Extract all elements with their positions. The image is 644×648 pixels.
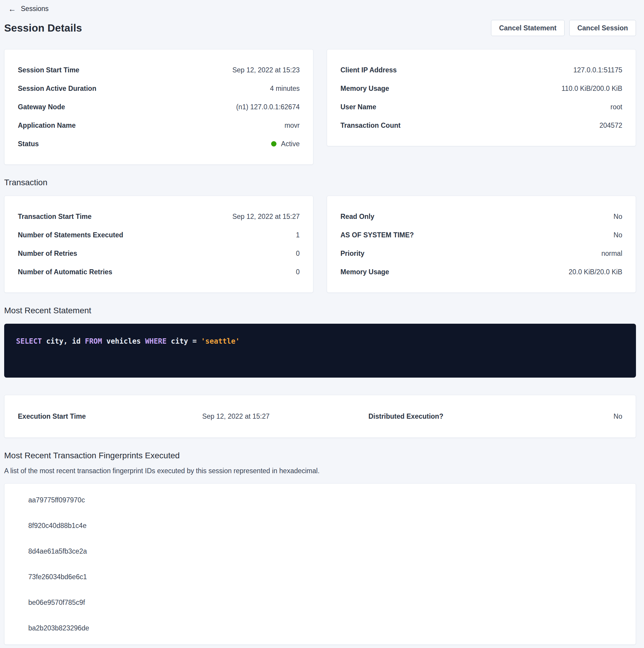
row-value: No bbox=[613, 230, 622, 240]
row-label: User Name bbox=[341, 102, 376, 112]
row-label: Gateway Node bbox=[18, 102, 65, 112]
sql-text: vehicles bbox=[102, 337, 145, 345]
row-value: 204572 bbox=[599, 120, 622, 130]
row-value: 1 bbox=[296, 230, 300, 240]
summary-row-transaction-start-time: Transaction Start Time Sep 12, 2022 at 1… bbox=[18, 207, 300, 226]
row-value: 127.0.0.1:51175 bbox=[573, 65, 622, 75]
sql-statement-box: SELECT city, id FROM vehicles WHERE city… bbox=[4, 324, 636, 378]
page-header: Session Details Cancel Statement Cancel … bbox=[4, 20, 636, 36]
row-value: root bbox=[610, 102, 622, 112]
transaction-section-heading: Transaction bbox=[4, 178, 636, 187]
fingerprint-list-item: be06e9570f785c9f bbox=[4, 590, 636, 615]
back-link-label: Sessions bbox=[21, 5, 49, 13]
status-label: Active bbox=[281, 139, 300, 149]
fingerprint-list-item: 73fe26034bd6e6c1 bbox=[4, 564, 636, 590]
session-summary-card-left: Session Start Time Sep 12, 2022 at 15:23… bbox=[4, 49, 313, 165]
status-badge: Active bbox=[271, 139, 300, 149]
row-label: Client IP Address bbox=[341, 65, 397, 75]
row-label: Session Active Duration bbox=[18, 84, 97, 94]
fingerprint-list-item: 8f920c40d88b1c4e bbox=[4, 513, 636, 538]
summary-row-as-of-system-time: AS OF SYSTEM TIME? No bbox=[341, 226, 622, 244]
row-label: Memory Usage bbox=[341, 84, 389, 94]
fingerprints-card: aa79775ff097970c 8f920c40d88b1c4e 8d4ae6… bbox=[4, 483, 636, 645]
fingerprint-list-item: 8d4ae61a5fb3ce2a bbox=[4, 538, 636, 564]
summary-row-memory-usage: Memory Usage 110.0 KiB/200.0 KiB bbox=[341, 79, 622, 98]
summary-row-automatic-retries: Number of Automatic Retries 0 bbox=[18, 263, 300, 281]
gateway-node-link[interactable]: (n1) 127.0.0.1:62674 bbox=[236, 102, 300, 112]
summary-row-read-only: Read Only No bbox=[341, 207, 622, 226]
row-value: Sep 12, 2022 at 15:27 bbox=[232, 211, 300, 222]
cancel-session-button[interactable]: Cancel Session bbox=[569, 20, 636, 36]
most-recent-statement-section: Most Recent Statement SELECT city, id FR… bbox=[4, 306, 636, 378]
row-value: Sep 12, 2022 at 15:23 bbox=[232, 65, 300, 75]
row-label: Number of Retries bbox=[18, 248, 77, 259]
summary-row-retries: Number of Retries 0 bbox=[18, 244, 300, 263]
cancel-statement-button[interactable]: Cancel Statement bbox=[491, 20, 565, 36]
row-value: 110.0 KiB/200.0 KiB bbox=[562, 84, 622, 94]
summary-row-txn-memory-usage: Memory Usage 20.0 KiB/20.0 KiB bbox=[341, 263, 622, 281]
row-label: Application Name bbox=[18, 120, 75, 130]
fingerprint-list-item: aa79775ff097970c bbox=[4, 487, 636, 513]
row-value: normal bbox=[601, 248, 622, 259]
row-value: 20.0 KiB/20.0 KiB bbox=[569, 267, 622, 277]
sql-text: city = bbox=[167, 337, 201, 345]
row-label: Priority bbox=[341, 248, 364, 259]
most-recent-statement-heading: Most Recent Statement bbox=[4, 306, 636, 315]
fingerprints-section-heading: Most Recent Transaction Fingerprints Exe… bbox=[4, 451, 636, 461]
page-title: Session Details bbox=[4, 22, 82, 34]
row-value: movr bbox=[285, 120, 300, 130]
session-summary-row: Session Start Time Sep 12, 2022 at 15:23… bbox=[4, 49, 636, 165]
summary-row-status: Status Active bbox=[18, 134, 300, 153]
row-label: Transaction Start Time bbox=[18, 211, 92, 222]
summary-row-statements-executed: Number of Statements Executed 1 bbox=[18, 226, 300, 244]
summary-row-user-name: User Name root bbox=[341, 98, 622, 116]
row-label: Session Start Time bbox=[18, 65, 79, 75]
row-label: Memory Usage bbox=[341, 267, 389, 277]
transaction-summary-card-right: Read Only No AS OF SYSTEM TIME? No Prior… bbox=[327, 196, 636, 293]
session-summary-card-right: Client IP Address 127.0.0.1:51175 Memory… bbox=[327, 49, 636, 146]
execution-summary-card: Execution Start Time Sep 12, 2022 at 15:… bbox=[4, 395, 636, 438]
back-arrow-icon: ← bbox=[8, 5, 16, 13]
distributed-execution-value: No bbox=[526, 411, 622, 421]
row-label: Number of Automatic Retries bbox=[18, 267, 112, 277]
summary-row-session-active-duration: Session Active Duration 4 minutes bbox=[18, 79, 300, 98]
row-label: Transaction Count bbox=[341, 120, 401, 130]
row-value: No bbox=[613, 211, 622, 222]
summary-row-transaction-count: Transaction Count 204572 bbox=[341, 116, 622, 134]
execution-start-time-label: Execution Start Time bbox=[18, 411, 202, 421]
execution-start-time-value: Sep 12, 2022 at 15:27 bbox=[202, 411, 368, 421]
header-actions: Cancel Statement Cancel Session bbox=[491, 20, 636, 36]
row-value: 4 minutes bbox=[270, 84, 300, 94]
summary-row-application-name: Application Name movr bbox=[18, 116, 300, 134]
session-details-page: ← Sessions Session Details Cancel Statem… bbox=[0, 0, 644, 648]
sql-text: city, id bbox=[42, 337, 85, 345]
row-label: AS OF SYSTEM TIME? bbox=[341, 230, 414, 240]
row-value: 0 bbox=[296, 248, 300, 259]
sql-keyword: FROM bbox=[85, 337, 102, 345]
sql-string-literal: 'seattle' bbox=[201, 337, 240, 345]
fingerprints-section-subtitle: A list of the most recent transaction fi… bbox=[4, 467, 636, 475]
transaction-summary-row: Transaction Start Time Sep 12, 2022 at 1… bbox=[4, 196, 636, 293]
summary-row-session-start-time: Session Start Time Sep 12, 2022 at 15:23 bbox=[18, 61, 300, 79]
status-active-dot-icon bbox=[271, 141, 277, 147]
distributed-execution-label: Distributed Execution? bbox=[368, 411, 526, 421]
fingerprint-list-item: ba2b203b823296de bbox=[4, 615, 636, 641]
row-value: 0 bbox=[296, 267, 300, 277]
sql-keyword: SELECT bbox=[16, 337, 42, 345]
summary-row-priority: Priority normal bbox=[341, 244, 622, 263]
row-label: Status bbox=[18, 139, 39, 149]
summary-row-client-ip: Client IP Address 127.0.0.1:51175 bbox=[341, 61, 622, 79]
summary-row-gateway-node: Gateway Node (n1) 127.0.0.1:62674 bbox=[18, 98, 300, 116]
row-label: Read Only bbox=[341, 211, 374, 222]
back-to-sessions-link[interactable]: ← Sessions bbox=[8, 5, 49, 13]
transaction-summary-card-left: Transaction Start Time Sep 12, 2022 at 1… bbox=[4, 196, 313, 293]
row-label: Number of Statements Executed bbox=[18, 230, 123, 240]
execution-summary-row: Execution Start Time Sep 12, 2022 at 15:… bbox=[18, 411, 622, 421]
sql-keyword: WHERE bbox=[145, 337, 167, 345]
